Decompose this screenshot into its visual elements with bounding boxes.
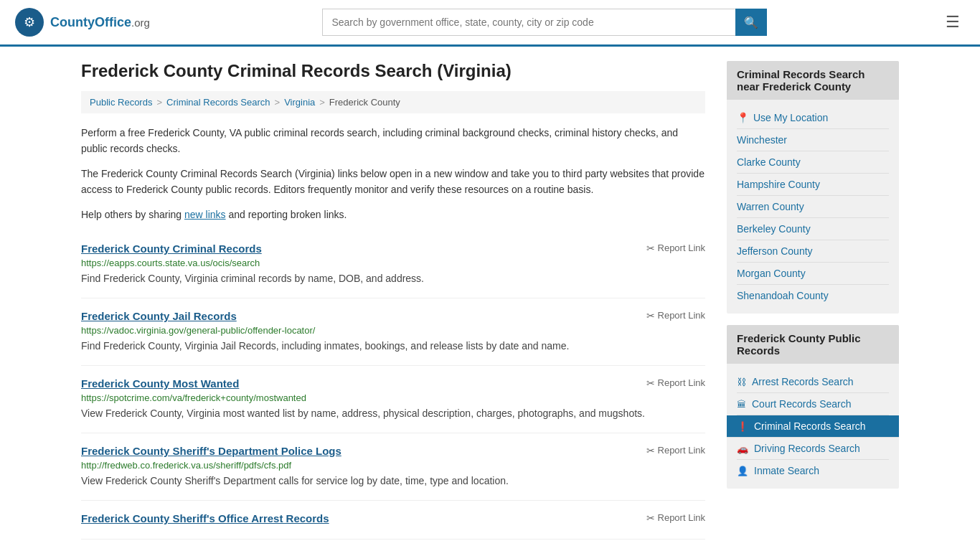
public-record-item-0[interactable]: ⛓Arrest Records Search (737, 371, 889, 393)
nearby-link-0[interactable]: 📍 Use My Location (737, 107, 889, 129)
rec-label-4: Inmate Search (754, 465, 819, 476)
location-pin-icon: 📍 (737, 112, 749, 123)
logo-icon: ⚙ (14, 7, 44, 37)
rec-icon-1: 🏛 (737, 399, 746, 410)
record-desc-0: Find Frederick County, Virginia criminal… (81, 271, 705, 286)
page-wrap: Frederick County Criminal Records Search… (67, 47, 913, 551)
search-area: 🔍 (322, 9, 767, 36)
nearby-link-6[interactable]: Jefferson County (737, 240, 889, 263)
page-title: Frederick County Criminal Records Search… (81, 61, 705, 81)
public-records-card: Frederick County Public Records ⛓Arrest … (727, 325, 899, 489)
nearby-card: Criminal Records Search near Frederick C… (727, 61, 899, 314)
nearby-link-8[interactable]: Shenandoah County (737, 285, 889, 306)
nearby-header: Criminal Records Search near Frederick C… (727, 61, 899, 100)
nearby-link-4[interactable]: Warren County (737, 196, 889, 218)
record-url-3: http://fredweb.co.frederick.va.us/sherif… (81, 460, 705, 471)
public-record-item-4[interactable]: 👤Inmate Search (737, 460, 889, 481)
record-item: Frederick County Most Wanted ✂ Report Li… (81, 366, 705, 433)
rec-icon-0: ⛓ (737, 377, 746, 387)
breadcrumb-virginia[interactable]: Virginia (284, 97, 315, 108)
breadcrumb-sep-2: > (275, 97, 281, 108)
report-link-3[interactable]: ✂ Report Link (646, 445, 705, 456)
records-list: Frederick County Criminal Records ✂ Repo… (81, 231, 705, 540)
description-3: Help others by sharing new links and rep… (81, 207, 705, 222)
public-records-header: Frederick County Public Records (727, 325, 899, 364)
hamburger-menu-icon[interactable]: ☰ (940, 10, 966, 34)
record-item: Frederick County Sheriff's Department Po… (81, 433, 705, 501)
breadcrumb-public-records[interactable]: Public Records (90, 97, 152, 108)
record-header: Frederick County Most Wanted ✂ Report Li… (81, 377, 705, 390)
record-desc-1: Find Frederick County, Virginia Jail Rec… (81, 339, 705, 354)
description-3-pre: Help others by sharing (81, 209, 184, 220)
description-2: The Frederick County Criminal Records Se… (81, 166, 705, 198)
rec-label-2: Criminal Records Search (754, 420, 866, 432)
new-links-link[interactable]: new links (184, 209, 226, 220)
nearby-link-2[interactable]: Clarke County (737, 151, 889, 174)
breadcrumb-current: Frederick County (329, 97, 400, 108)
report-icon-1: ✂ (646, 310, 655, 321)
nearby-link-1[interactable]: Winchester (737, 129, 889, 151)
nearby-card-body: 📍 Use My LocationWinchesterClarke County… (727, 100, 899, 314)
report-link-0[interactable]: ✂ Report Link (646, 242, 705, 254)
search-button[interactable]: 🔍 (735, 9, 767, 36)
breadcrumb: Public Records > Criminal Records Search… (81, 91, 705, 113)
main-content: Frederick County Criminal Records Search… (81, 61, 705, 540)
rec-label-3: Driving Records Search (754, 443, 860, 454)
public-record-item-2[interactable]: ❗Criminal Records Search (727, 415, 899, 438)
report-icon-3: ✂ (646, 445, 655, 456)
breadcrumb-sep-3: > (319, 97, 325, 108)
site-header: ⚙ CountyOffice.org 🔍 ☰ (0, 0, 980, 47)
record-header: Frederick County Sheriff's Department Po… (81, 445, 705, 457)
logo-area: ⚙ CountyOffice.org (14, 7, 150, 37)
rec-icon-2: ❗ (737, 421, 748, 432)
report-link-4[interactable]: ✂ Report Link (646, 512, 705, 524)
report-link-2[interactable]: ✂ Report Link (646, 377, 705, 389)
record-title-1[interactable]: Frederick County Jail Records (81, 310, 237, 322)
report-icon-4: ✂ (646, 512, 655, 524)
record-header: Frederick County Sheriff's Office Arrest… (81, 512, 705, 524)
record-title-0[interactable]: Frederick County Criminal Records (81, 242, 262, 255)
rec-label-1: Court Records Search (752, 398, 852, 410)
record-url-1: https://vadoc.virginia.gov/general-publi… (81, 325, 705, 336)
record-item: Frederick County Jail Records ✂ Report L… (81, 298, 705, 366)
record-url-2: https://spotcrime.com/va/frederick+count… (81, 392, 705, 403)
public-record-item-3[interactable]: 🚗Driving Records Search (737, 438, 889, 460)
report-icon-2: ✂ (646, 377, 655, 389)
record-item: Frederick County Sheriff's Office Arrest… (81, 501, 705, 540)
record-header: Frederick County Jail Records ✂ Report L… (81, 310, 705, 322)
nearby-link-3[interactable]: Hampshire County (737, 174, 889, 196)
nearby-link-5[interactable]: Berkeley County (737, 218, 889, 240)
record-desc-2: View Frederick County, Virginia most wan… (81, 406, 705, 421)
public-records-card-body: ⛓Arrest Records Search🏛Court Records Sea… (727, 364, 899, 489)
report-link-1[interactable]: ✂ Report Link (646, 310, 705, 321)
record-title-2[interactable]: Frederick County Most Wanted (81, 377, 239, 390)
record-header: Frederick County Criminal Records ✂ Repo… (81, 242, 705, 255)
rec-icon-4: 👤 (737, 466, 748, 476)
logo-text: CountyOffice.org (50, 15, 150, 30)
record-item: Frederick County Criminal Records ✂ Repo… (81, 231, 705, 298)
breadcrumb-sep-1: > (156, 97, 162, 108)
nearby-link-7[interactable]: Morgan County (737, 263, 889, 285)
report-icon-0: ✂ (646, 242, 655, 254)
search-input[interactable] (322, 9, 735, 36)
sidebar: Criminal Records Search near Frederick C… (727, 61, 899, 540)
record-desc-3: View Frederick County Sheriff's Departme… (81, 474, 705, 489)
record-url-0: https://eapps.courts.state.va.us/ocis/se… (81, 258, 705, 268)
description-1: Perform a free Frederick County, VA publ… (81, 125, 705, 157)
breadcrumb-criminal-records-search[interactable]: Criminal Records Search (166, 97, 270, 108)
public-record-item-1[interactable]: 🏛Court Records Search (737, 393, 889, 415)
record-title-4[interactable]: Frederick County Sheriff's Office Arrest… (81, 512, 329, 524)
description-3-post: and reporting broken links. (226, 209, 347, 220)
rec-label-0: Arrest Records Search (752, 376, 854, 387)
rec-icon-3: 🚗 (737, 443, 748, 454)
record-title-3[interactable]: Frederick County Sheriff's Department Po… (81, 445, 341, 457)
svg-text:⚙: ⚙ (24, 15, 35, 29)
